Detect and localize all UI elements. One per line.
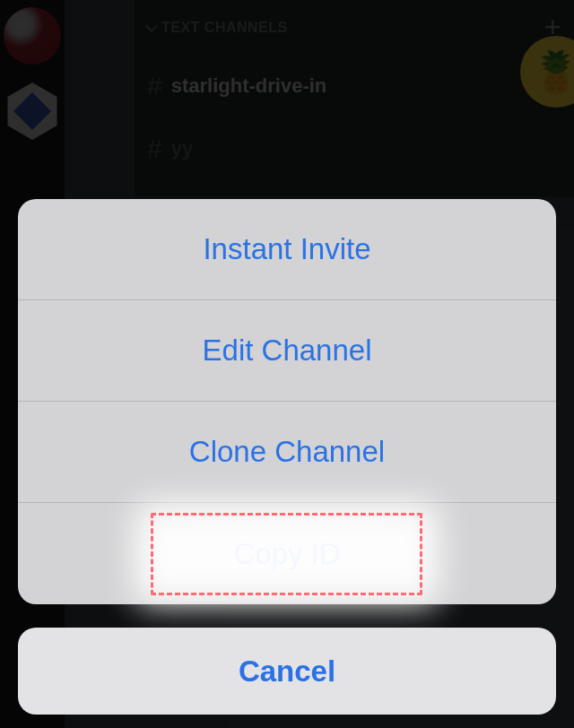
edit-channel-button[interactable]: Edit Channel xyxy=(18,300,556,402)
cancel-button[interactable]: Cancel xyxy=(18,628,556,715)
clone-channel-button[interactable]: Clone Channel xyxy=(18,402,556,503)
instant-invite-button[interactable]: Instant Invite xyxy=(18,199,556,300)
context-menu-sheet: Instant Invite Edit Channel Clone Channe… xyxy=(18,199,556,604)
copy-id-button[interactable]: Copy ID xyxy=(18,503,556,604)
